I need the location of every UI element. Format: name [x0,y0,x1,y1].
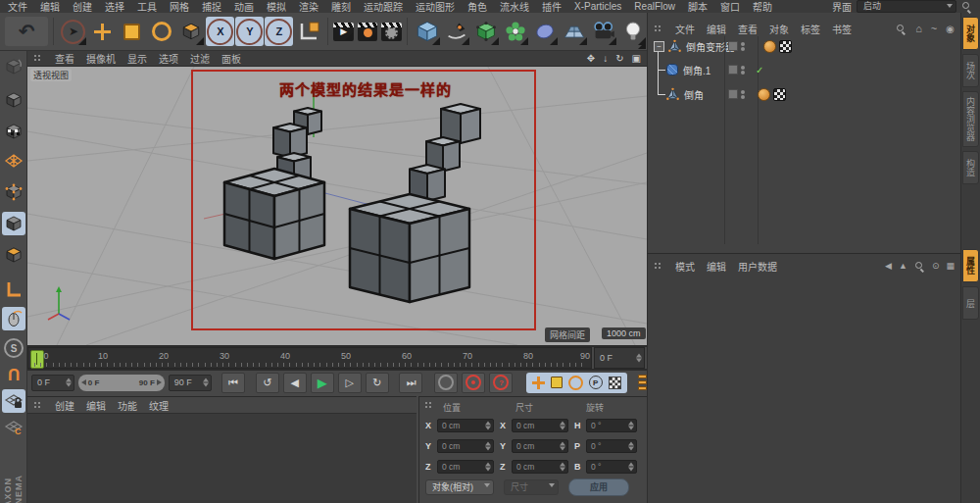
apply-button[interactable]: 应用 [568,478,629,496]
add-light-button[interactable] [618,17,647,46]
settings-icon[interactable]: ▦ [946,261,955,271]
key-pla-button[interactable] [609,377,621,389]
pos-z-field[interactable]: 0 cm [437,460,494,474]
layer-color-swatch[interactable] [728,65,738,75]
coordinate-system-button[interactable] [294,17,322,46]
goto-end-button[interactable]: ⏭ [399,373,422,393]
next-key-button[interactable]: ↻ [366,373,389,393]
viewport-menu-panel[interactable]: 面板 [221,51,241,66]
pos-y-field[interactable]: 0 cm [437,439,494,453]
object-row-bevel-deformer[interactable]: 倒角.1 ✓ [665,62,959,77]
menu-window[interactable]: 窗口 [720,0,740,14]
am-menu-userdata[interactable]: 用户数据 [738,259,777,274]
end-frame-field[interactable]: 90 F [169,375,212,391]
help-button[interactable]: ? [489,373,513,393]
rotate-view-icon[interactable]: ↻ [615,53,623,64]
panel-grip-icon[interactable] [424,401,434,410]
om-menu-view[interactable]: 查看 [738,22,758,36]
tab-takes[interactable]: 场次 [962,54,979,87]
om-menu-file[interactable]: 文件 [675,22,695,36]
coordinate-mode-dropdown[interactable]: 对象(相对) [425,479,494,495]
mat-menu-function[interactable]: 功能 [118,398,137,413]
model-mode-button[interactable] [2,88,25,112]
menu-pipeline[interactable]: 流水线 [500,0,529,14]
menu-render[interactable]: 渲染 [299,0,318,14]
toggle-view-icon[interactable]: ▣ [632,53,641,64]
enabled-checkmark[interactable]: ✓ [756,65,763,75]
menu-simulate[interactable]: 模拟 [267,0,286,14]
viewport-menu-filter[interactable]: 过滤 [190,51,210,66]
viewport-menu-display[interactable]: 显示 [127,51,147,66]
polygons-mode-button[interactable] [2,243,25,267]
am-search-icon[interactable] [914,261,925,272]
key-scale-button[interactable] [551,377,563,388]
om-home-icon[interactable]: ⌂ [915,23,922,34]
add-camera-button[interactable] [589,17,617,46]
texture-mode-button[interactable] [2,120,25,143]
menu-plugins[interactable]: 插件 [542,0,562,14]
snap-button[interactable]: S [2,336,25,360]
pos-x-field[interactable]: 0 cm [437,419,494,432]
viewport-menu-view[interactable]: 查看 [55,51,74,66]
am-menu-mode[interactable]: 模式 [675,259,695,274]
rot-h-field[interactable]: 0 ° [586,419,637,432]
pan-view-icon[interactable]: ✥ [587,53,595,64]
frame-range-slider[interactable]: 0 F 90 F [78,375,165,391]
om-menu-objects[interactable]: 对象 [769,22,789,36]
rotate-tool-button[interactable] [147,17,175,46]
current-frame-field[interactable]: 0 F [31,375,74,391]
expand-toggle-icon[interactable]: − [654,41,664,52]
menu-select[interactable]: 选择 [105,0,124,14]
add-primitive-button[interactable] [413,17,441,46]
object-row-bevel[interactable]: 倒角 [665,86,959,102]
z-axis-lock-button[interactable]: Z [265,17,293,46]
lock-icon[interactable]: ⊙ [932,261,940,271]
add-generator-button[interactable] [471,17,500,46]
om-menu-bookmarks[interactable]: 书签 [832,22,852,36]
menu-help[interactable]: 帮助 [753,0,772,14]
mat-menu-create[interactable]: 创建 [55,398,74,413]
panel-grip-icon[interactable] [654,262,663,271]
menu-xparticles[interactable]: X-Particles [574,1,621,12]
menu-create[interactable]: 创建 [73,0,92,14]
render-picture-viewer-button[interactable] [358,23,378,41]
previous-key-button[interactable]: ↺ [256,373,279,393]
tab-layers[interactable]: 层 [962,286,979,320]
autokey-button[interactable] [462,373,485,393]
add-floor-button[interactable] [560,17,588,46]
tab-content-browser[interactable]: 内容浏览器 [962,91,979,147]
zoom-view-icon[interactable]: ↓ [603,53,608,64]
rot-b-field[interactable]: 0 ° [586,460,637,474]
size-y-field[interactable]: 0 cm [512,439,568,453]
mat-menu-edit[interactable]: 编辑 [86,398,106,413]
rot-p-field[interactable]: 0 ° [586,439,637,453]
menu-file[interactable]: 文件 [8,0,27,14]
panel-grip-icon[interactable] [33,401,43,410]
add-environment-button[interactable] [530,17,559,46]
object-row-bevel-deformer-parent[interactable]: − 倒角变形器 [654,38,959,54]
perspective-viewport[interactable]: 两个模型的结果是一样的 透视视图 网格间距 1000 cm [27,67,647,345]
spinner-icon[interactable] [66,378,72,387]
texture-tag-icon[interactable] [779,40,792,53]
x-axis-lock-button[interactable]: X [206,17,234,46]
size-x-field[interactable]: 0 cm [512,419,568,432]
layer-color-swatch[interactable] [728,41,738,51]
key-position-button[interactable] [532,377,545,389]
object-name[interactable]: 倒角 [684,87,704,102]
play-button[interactable]: ▶ [311,373,334,393]
phong-tag-icon[interactable] [763,40,776,53]
record-button[interactable] [434,373,458,393]
tab-attributes[interactable]: 属性 [962,249,979,282]
menu-edit[interactable]: 编辑 [40,0,60,14]
menu-snap[interactable]: 捕捉 [202,0,221,14]
y-axis-lock-button[interactable]: Y [235,17,264,46]
size-z-field[interactable]: 0 cm [512,460,568,474]
key-rotation-button[interactable] [568,376,583,390]
menu-mesh[interactable]: 网格 [170,0,189,14]
size-mode-dropdown[interactable]: 尺寸 [504,479,559,495]
live-selection-button[interactable]: ➤ [59,17,87,46]
menu-character[interactable]: 角色 [467,0,487,14]
phong-tag-icon[interactable] [758,88,770,101]
menu-motion-tracker[interactable]: 运动跟踪 [364,0,403,14]
undo-button[interactable]: ↶ [5,17,48,46]
